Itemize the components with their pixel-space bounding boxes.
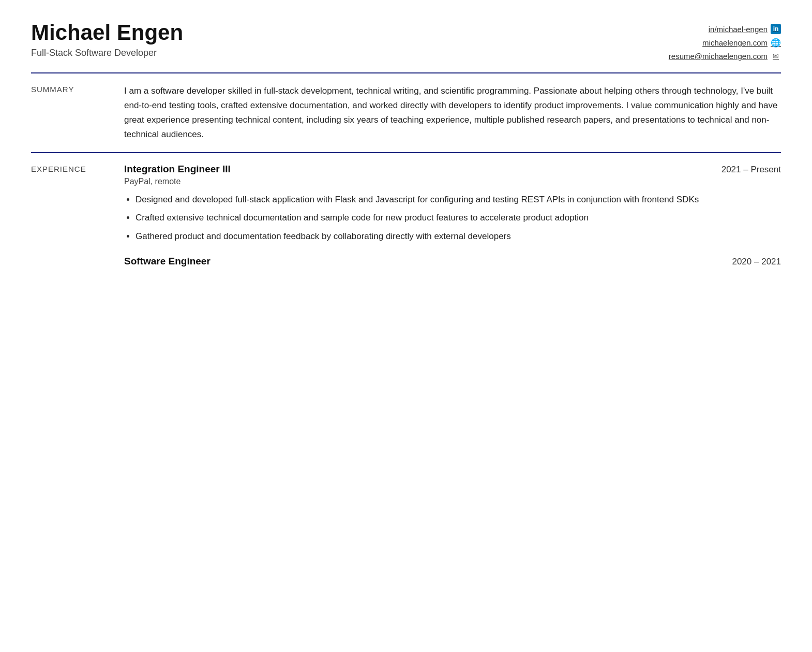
experience-section: EXPERIENCE Integration Engineer III 2021… xyxy=(31,152,781,279)
job-header-1: Integration Engineer III 2021 – Present xyxy=(124,164,781,175)
job-company-1: PayPal, remote xyxy=(124,177,781,186)
job-2: Software Engineer 2020 – 2021 xyxy=(124,256,781,267)
website-contact[interactable]: michaelengen.com 🌐 xyxy=(702,37,781,48)
email-icon: ✉ xyxy=(771,51,781,61)
website-text: michaelengen.com xyxy=(702,38,768,47)
candidate-name: Michael Engen xyxy=(31,21,183,45)
email-text: resume@michaelengen.com xyxy=(669,52,768,61)
summary-content: I am a software developer skilled in ful… xyxy=(124,84,781,142)
job-title-2: Software Engineer xyxy=(124,256,210,267)
job-dates-2: 2020 – 2021 xyxy=(732,257,781,267)
bullet-item: Gathered product and documentation feedb… xyxy=(136,229,781,243)
summary-label: SUMMARY xyxy=(31,84,124,142)
experience-content: Integration Engineer III 2021 – Present … xyxy=(124,164,781,269)
summary-section: SUMMARY I am a software developer skille… xyxy=(31,72,781,152)
bullet-item: Designed and developed full-stack applic… xyxy=(136,192,781,206)
linkedin-contact[interactable]: in/michael-engen in xyxy=(709,24,781,34)
header-left: Michael Engen Full-Stack Software Develo… xyxy=(31,21,183,58)
page-header: Michael Engen Full-Stack Software Develo… xyxy=(31,21,781,66)
summary-text: I am a software developer skilled in ful… xyxy=(124,84,781,142)
job-dates-1: 2021 – Present xyxy=(721,165,781,175)
candidate-title: Full-Stack Software Developer xyxy=(31,48,183,58)
bullet-item: Crafted extensive technical documentatio… xyxy=(136,211,781,225)
experience-label: EXPERIENCE xyxy=(31,164,124,269)
email-contact[interactable]: resume@michaelengen.com ✉ xyxy=(669,51,781,61)
job-title-1: Integration Engineer III xyxy=(124,164,231,175)
job-bullets-1: Designed and developed full-stack applic… xyxy=(124,192,781,243)
globe-icon: 🌐 xyxy=(771,37,781,48)
job-header-2: Software Engineer 2020 – 2021 xyxy=(124,256,781,267)
header-right: in/michael-engen in michaelengen.com 🌐 r… xyxy=(669,24,781,61)
linkedin-icon: in xyxy=(771,24,781,34)
linkedin-text: in/michael-engen xyxy=(709,25,768,34)
